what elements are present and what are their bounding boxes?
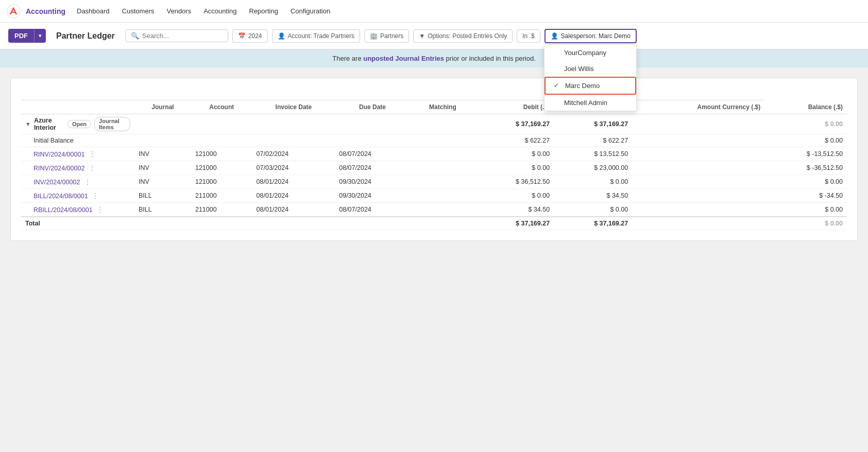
filter-account-label: Account: Trade Partners [288,32,354,40]
app-name: Accounting [26,7,65,15]
total-invoice-date [252,217,335,230]
salesperson-label: Salesperson: Marc Demo [561,32,631,40]
row4-amount-currency [632,189,764,203]
row4-credit: $ 34.50 [554,189,632,203]
col-journal: Journal [134,100,191,114]
row5-dot-menu[interactable]: ⋮ [94,205,106,214]
row5-debit: $ 34.50 [475,203,554,217]
row5-credit: $ 0.00 [554,203,632,217]
row3-debit: $ 36,512.50 [475,175,554,189]
search-box: 🔍 [125,29,228,42]
col-invoice-date: Invoice Date [252,100,335,114]
row4-ref: BILL/2024/08/0001 ⋮ [21,189,134,203]
nav-accounting[interactable]: Accounting [198,4,242,18]
journal-items-button[interactable]: Journal Items [94,117,130,131]
partner-chevron-icon[interactable]: ▼ [25,121,31,127]
col-header-row: Journal Account Invoice Date Due Date Ma… [21,100,847,114]
partner-name-label: Azure Interior [34,117,64,131]
check-mitchell [553,99,560,106]
col-amount-currency: Amount Currency (.$) [632,100,764,114]
row3-dot-menu[interactable]: ⋮ [82,178,93,186]
pdf-button[interactable]: PDF [8,29,34,43]
account-icon: 👤 [278,32,285,40]
filter-currency[interactable]: In .$ [517,29,540,43]
empty-header [21,89,410,100]
filter-options-label: Options: Posted Entries Only [428,32,507,40]
table-row: RBILL/2024/08/0001 ⋮ BILL 211000 08/01/2… [21,203,847,217]
table-row: INV/2024/00002 ⋮ INV 121000 08/01/2024 0… [21,175,847,189]
row3-invoice-date: 08/01/2024 [252,175,335,189]
row1-dot-menu[interactable]: ⋮ [87,150,98,158]
nav-configuration[interactable]: Configuration [285,4,335,18]
salesperson-button[interactable]: 👤 Salesperson: Marc Demo [544,29,637,43]
row1-balance: $ -13,512.50 [764,147,847,161]
nav-reporting[interactable]: Reporting [244,4,283,18]
col-balance: Balance (.$) [764,100,847,114]
row1-invoice-date: 07/02/2024 [252,147,335,161]
row2-debit: $ 0.00 [475,161,554,175]
row3-ref: INV/2024/00002 ⋮ [21,175,134,189]
dropdown-item-mitchell[interactable]: Mitchell Admin [544,95,636,111]
row5-balance: $ 0.00 [764,203,847,217]
partner-due-date [335,114,410,134]
ib-amount-currency [632,134,764,147]
dropdown-item-marc[interactable]: ✓ Marc Demo [544,77,636,95]
filter-account[interactable]: 👤 Account: Trade Partners [272,29,360,43]
ib-invoice-date [252,134,335,147]
ib-balance: $ 0.00 [764,134,847,147]
row2-credit: $ 23,000.00 [554,161,632,175]
salesperson-dropdown-menu: YourCompany Joel Willis ✓ Marc Demo Mitc… [544,44,637,111]
row3-amount-currency [632,175,764,189]
row5-amount-currency [632,203,764,217]
filter-partners[interactable]: 🏢 Partners [364,29,409,43]
filter-options[interactable]: ▼ Options: Posted Entries Only [413,29,513,43]
total-journal [134,217,191,230]
partner-debit: $ 37,169.27 [475,114,554,134]
app-logo [6,4,21,19]
check-joel [553,65,560,72]
partner-open-badge: Open [67,120,91,128]
page-title: Partner Ledger [56,31,115,41]
pdf-btn-group: PDF ▾ [8,29,46,43]
row3-balance: $ 0.00 [764,175,847,189]
row1-debit: $ 0.00 [475,147,554,161]
dropdown-item-joel[interactable]: Joel Willis [544,61,636,77]
nav-vendors[interactable]: Vendors [161,4,196,18]
row5-due-date: 08/07/2024 [335,203,410,217]
total-credit: $ 37,169.27 [554,217,632,230]
dropdown-item-yourcompany[interactable]: YourCompany [544,45,636,61]
row1-account: 121000 [191,147,252,161]
search-input[interactable] [142,32,214,40]
col-account: Account [191,100,252,114]
partner-journal [134,114,191,134]
col-due-date: Due Date [335,100,410,114]
table-row: RINV/2024/00001 ⋮ INV 121000 07/02/2024 … [21,147,847,161]
total-matching [410,217,475,230]
partner-name-cell: ▼ Azure Interior Open Journal Items [21,114,134,134]
total-label: Total [21,217,134,230]
filter-year[interactable]: 📅 2024 [232,29,268,43]
ib-journal [134,134,191,147]
row2-dot-menu[interactable]: ⋮ [87,164,98,172]
row4-balance: $ -34.50 [764,189,847,203]
ib-credit: $ 622.27 [554,134,632,147]
partners-icon: 🏢 [370,32,378,40]
ib-account [191,134,252,147]
person-icon: 👤 [551,32,558,40]
pdf-dropdown-chevron[interactable]: ▾ [34,29,46,42]
col-empty [21,100,134,114]
row4-dot-menu[interactable]: ⋮ [90,192,101,200]
table-row: BILL/2024/08/0001 ⋮ BILL 211000 08/01/20… [21,189,847,203]
initial-balance-label: Initial Balance [21,134,134,147]
total-balance: $ 0.00 [764,217,847,230]
nav-dashboard[interactable]: Dashboard [72,4,115,18]
partner-row: ▼ Azure Interior Open Journal Items $ 37… [21,114,847,134]
ib-debit: $ 622.27 [475,134,554,147]
partner-balance: $ 0.00 [764,114,847,134]
nav-customers[interactable]: Customers [117,4,160,18]
row2-balance: $ -36,512.50 [764,161,847,175]
row4-journal: BILL [134,189,191,203]
filter-icon: ▼ [419,32,425,40]
row2-amount-currency [632,161,764,175]
unposted-link[interactable]: unposted Journal Entries [363,55,444,62]
